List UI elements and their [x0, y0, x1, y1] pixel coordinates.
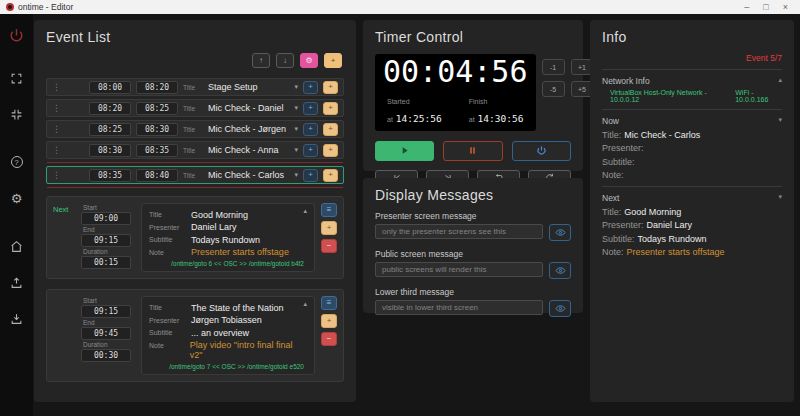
fullscreen-button[interactable] — [0, 66, 33, 90]
drag-handle-icon[interactable]: ⋮ — [52, 124, 59, 134]
add-event-button[interactable]: + — [324, 53, 342, 68]
event-title-field[interactable]: Good Morning — [191, 210, 248, 220]
add-delay-button[interactable]: + — [303, 169, 318, 182]
drag-handle-icon[interactable]: ⋮ — [52, 103, 59, 113]
subtract-1-minute-button[interactable]: -1 — [542, 59, 565, 75]
drag-handle-icon[interactable]: ⋮ — [52, 82, 59, 92]
end-time-field[interactable]: 09:15 — [81, 234, 131, 247]
add-event-below-button[interactable]: + — [321, 314, 337, 328]
event-title-field[interactable]: The State of the Nation — [191, 303, 284, 313]
subtitle-field[interactable]: ... an overview — [191, 328, 249, 338]
expand-chevron-icon[interactable]: ▾ — [294, 104, 298, 112]
add-delay-button[interactable]: + — [303, 81, 318, 94]
home-button[interactable] — [0, 234, 33, 258]
start-time-field[interactable]: 08:20 — [89, 102, 131, 115]
delay-divider — [47, 187, 343, 188]
rundown-settings-button[interactable]: ⚙ — [300, 53, 318, 68]
event-row[interactable]: ⋮ 08:30 08:35 Title Mic Check - Anna ▾ +… — [46, 141, 344, 159]
expand-chevron-icon[interactable]: ▾ — [294, 146, 298, 154]
add-delay-button[interactable]: + — [303, 144, 318, 157]
presenter-message-input[interactable] — [375, 224, 543, 239]
pause-button[interactable] — [443, 141, 502, 161]
collapse-icon — [10, 108, 23, 121]
add-delay-button[interactable]: + — [303, 123, 318, 136]
event-row[interactable]: ⋮ 08:00 08:20 Title Stage Setup ▾ + + — [46, 78, 344, 96]
presenter-message-visibility-button[interactable] — [549, 224, 571, 241]
upload-button[interactable] — [0, 270, 33, 294]
delete-event-button[interactable]: − — [321, 239, 337, 253]
start-time-field[interactable]: 08:25 — [89, 123, 131, 136]
add-event-below-button[interactable]: + — [323, 144, 338, 157]
start-label: Start — [83, 204, 135, 211]
presenter-field[interactable]: Jørgen Tobiassen — [191, 315, 262, 325]
title-label: Title — [183, 105, 203, 112]
public-message-visibility-button[interactable] — [549, 262, 571, 279]
start-time-field[interactable]: 09:15 — [81, 305, 131, 318]
settings-button[interactable]: ⚙ — [0, 186, 33, 210]
next-tag — [53, 296, 75, 375]
event-title-field[interactable]: Mic Check - Anna — [208, 145, 289, 155]
add-event-below-button[interactable]: + — [323, 123, 338, 136]
lower-third-message-label: Lower third message — [375, 287, 571, 297]
add-delay-button[interactable]: + — [303, 102, 318, 115]
start-button[interactable] — [375, 141, 434, 161]
end-time-field[interactable]: 08:25 — [136, 102, 178, 115]
duration-field[interactable]: 00:30 — [81, 349, 131, 362]
collapse-chevron-icon[interactable]: ▾ — [778, 193, 782, 203]
drag-handle-icon[interactable]: ⋮ — [52, 145, 59, 155]
expand-chevron-icon[interactable]: ▾ — [294, 83, 298, 91]
end-time-field[interactable]: 08:40 — [136, 169, 178, 182]
expand-chevron-icon[interactable]: ▾ — [294, 171, 298, 179]
lower-third-visibility-button[interactable] — [549, 300, 571, 317]
start-time-field[interactable]: 08:30 — [89, 144, 131, 157]
osc-address: /ontime/goto 6 << OSC >> /ontime/gotoid … — [149, 260, 304, 267]
download-button[interactable] — [0, 306, 33, 330]
expand-chevron-icon[interactable]: ▾ — [294, 125, 298, 133]
start-time-field[interactable]: 08:35 — [89, 169, 131, 182]
previous-event-button[interactable]: ↑ — [252, 53, 270, 68]
end-time-field[interactable]: 08:35 — [136, 144, 178, 157]
public-message-input[interactable] — [375, 262, 543, 277]
lower-third-message-input[interactable] — [375, 300, 543, 315]
start-time-field[interactable]: 09:00 — [81, 212, 131, 225]
event-row[interactable]: ⋮ 08:20 08:25 Title Mic Check - Daniel ▾… — [46, 99, 344, 117]
event-row[interactable]: ⋮ 08:25 08:30 Title Mic Check - Jørgen ▾… — [46, 120, 344, 138]
drag-handle-icon[interactable]: ⋮ — [52, 170, 59, 180]
event-title-field[interactable]: Mic Check - Jørgen — [208, 124, 289, 134]
collapse-chevron-icon[interactable]: ▴ — [303, 207, 307, 215]
add-event-below-button[interactable]: + — [323, 81, 338, 94]
duration-field[interactable]: 00:15 — [81, 256, 131, 269]
focus-mode-button[interactable] — [0, 102, 33, 126]
minimize-button[interactable]: – — [744, 0, 749, 14]
add-event-below-button[interactable]: + — [323, 102, 338, 115]
subtitle-label: Subtitle — [149, 328, 191, 338]
event-title-field[interactable]: Mic Check - Carlos — [208, 170, 289, 180]
subtitle-field[interactable]: Todays Rundown — [191, 235, 260, 245]
close-button[interactable]: × — [783, 0, 788, 14]
event-title-field[interactable]: Mic Check - Daniel — [208, 103, 289, 113]
add-event-below-button[interactable]: + — [321, 221, 337, 235]
help-button[interactable]: ? — [0, 150, 33, 174]
start-time-field[interactable]: 08:00 — [89, 81, 131, 94]
next-event-button[interactable]: ↓ — [276, 53, 294, 68]
end-time-field[interactable]: 09:45 — [81, 327, 131, 340]
next-title-value: Good Morning — [624, 207, 681, 217]
presenter-field[interactable]: Daniel Lary — [191, 222, 237, 232]
maximize-button[interactable]: □ — [763, 0, 768, 14]
event-row-loaded[interactable]: ⋮ 08:35 08:40 Title Mic Check - Carlos ▾… — [46, 166, 344, 184]
collapse-chevron-icon[interactable]: ▾ — [778, 116, 782, 126]
event-title-field[interactable]: Stage Setup — [208, 82, 289, 92]
end-time-field[interactable]: 08:20 — [136, 81, 178, 94]
note-field[interactable]: Play video "intro final final v2" — [190, 340, 304, 360]
event-options-button[interactable]: ≡ — [321, 203, 337, 217]
add-event-below-button[interactable]: + — [323, 169, 338, 182]
roll-mode-button[interactable] — [512, 141, 571, 161]
collapse-chevron-icon[interactable]: ▴ — [778, 76, 782, 86]
subtract-5-minutes-button[interactable]: -5 — [542, 81, 565, 97]
note-field[interactable]: Presenter starts offstage — [191, 247, 289, 257]
quit-button[interactable] — [0, 20, 33, 50]
collapse-chevron-icon[interactable]: ▴ — [303, 300, 307, 308]
event-options-button[interactable]: ≡ — [321, 296, 337, 310]
end-time-field[interactable]: 08:30 — [136, 123, 178, 136]
delete-event-button[interactable]: − — [321, 332, 337, 346]
